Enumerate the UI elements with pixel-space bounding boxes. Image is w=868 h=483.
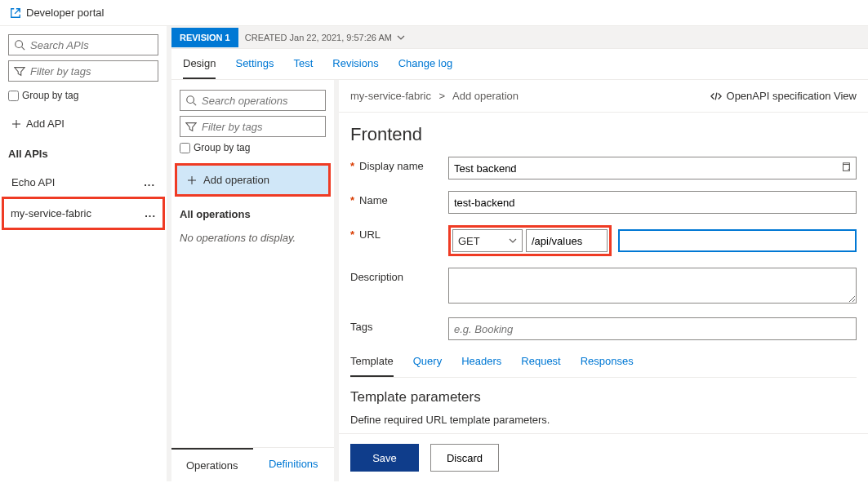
all-apis-header: All APIs (8, 148, 158, 160)
label-url: URL (359, 228, 381, 241)
svg-point-1 (187, 96, 194, 104)
discard-button[interactable]: Discard (430, 444, 499, 472)
developer-portal-link[interactable]: Developer portal (0, 0, 868, 26)
tab-definitions[interactable]: Definitions (253, 448, 335, 481)
api-item-echo[interactable]: Echo API ... (8, 168, 158, 197)
subtab-query[interactable]: Query (413, 355, 442, 377)
revision-bar: REVISION 1 CREATED Jan 22, 2021, 9:57:26… (171, 26, 868, 49)
method-value: GET (458, 235, 480, 247)
tab-operations[interactable]: Operations (171, 448, 253, 481)
group-ops-label: Group by tag (194, 142, 250, 153)
svg-rect-2 (844, 165, 850, 171)
no-operations-text: No operations to display. (180, 232, 326, 244)
breadcrumb-api[interactable]: my-service-fabric (350, 90, 431, 102)
label-tags: Tags (350, 321, 372, 333)
more-icon[interactable]: ... (145, 207, 156, 219)
required-marker: * (350, 160, 354, 172)
add-operation-button[interactable]: Add operation (175, 163, 331, 197)
editor-panel: my-service-fabric > Add operation OpenAP… (339, 80, 868, 481)
group-by-tag[interactable]: Group by tag (8, 90, 158, 101)
search-operations-input[interactable] (202, 95, 320, 107)
tab-settings[interactable]: Settings (235, 57, 274, 79)
subtab-responses[interactable]: Responses (581, 355, 634, 377)
group-ops-checkbox[interactable] (180, 143, 190, 153)
filter-operations-tags[interactable] (180, 116, 326, 137)
description-input[interactable] (448, 268, 857, 304)
api-list-panel: Group by tag Add API All APIs Echo API .… (0, 26, 171, 481)
operations-panel: Group by tag Add operation All operation… (171, 80, 339, 481)
api-item-label: my-service-fabric (11, 207, 91, 219)
search-operations[interactable] (180, 90, 326, 111)
save-button[interactable]: Save (350, 444, 419, 472)
add-api-label: Add API (26, 117, 65, 130)
action-bar: Save Discard (339, 433, 868, 481)
revision-badge: REVISION 1 (171, 28, 238, 47)
search-apis[interactable] (8, 34, 158, 55)
svg-point-0 (16, 41, 23, 48)
tab-revisions[interactable]: Revisions (332, 57, 378, 79)
template-params-title: Template parameters (350, 389, 857, 405)
group-by-tag-label: Group by tag (22, 90, 78, 101)
method-select[interactable]: GET (452, 229, 523, 252)
label-name: Name (359, 194, 388, 206)
template-params-desc: Define required URL template parameters. (350, 414, 857, 426)
url-path-input-red[interactable] (526, 229, 608, 252)
copy-icon[interactable] (840, 162, 852, 173)
add-api-button[interactable]: Add API (8, 111, 158, 136)
name-input[interactable] (448, 191, 857, 214)
filter-icon (185, 121, 197, 132)
add-operation-label: Add operation (203, 174, 269, 186)
api-item-label: Echo API (11, 176, 55, 188)
required-marker: * (350, 228, 354, 241)
openapi-label: OpenAPI specification View (727, 90, 857, 102)
plus-icon (187, 175, 197, 185)
search-icon (14, 39, 25, 51)
chevron-down-icon (397, 33, 405, 42)
tab-design[interactable]: Design (183, 57, 216, 79)
breadcrumb: my-service-fabric > Add operation (350, 90, 519, 102)
search-apis-input[interactable] (30, 39, 153, 51)
external-link-icon (10, 7, 21, 19)
frontend-sub-tabs: Template Query Headers Request Responses (350, 355, 857, 378)
filter-ops-tags-input[interactable] (202, 121, 320, 133)
revision-created[interactable]: CREATED Jan 22, 2021, 9:57:26 AM (238, 33, 412, 42)
search-icon (185, 95, 197, 106)
plus-icon (11, 119, 21, 129)
code-icon (710, 91, 722, 102)
tab-changelog[interactable]: Change log (398, 57, 453, 79)
subtab-request[interactable]: Request (521, 355, 560, 377)
required-marker: * (350, 194, 354, 206)
group-ops-by-tag[interactable]: Group by tag (180, 142, 326, 153)
main-tabs: Design Settings Test Revisions Change lo… (171, 49, 868, 80)
display-name-input[interactable] (448, 157, 857, 179)
label-display-name: Display name (359, 160, 424, 172)
filter-tags-input[interactable] (30, 65, 153, 78)
subtab-template[interactable]: Template (350, 355, 394, 377)
all-operations-header: All operations (180, 208, 326, 220)
developer-portal-label: Developer portal (26, 7, 104, 19)
subtab-headers[interactable]: Headers (461, 355, 501, 377)
operations-bottom-tabs: Operations Definitions (171, 447, 334, 481)
chevron-down-icon (509, 237, 517, 245)
label-description: Description (350, 271, 403, 283)
url-path-input[interactable] (618, 229, 857, 252)
tab-test[interactable]: Test (293, 57, 313, 79)
filter-tags[interactable] (8, 60, 158, 82)
tags-input[interactable] (448, 317, 857, 340)
breadcrumb-current: Add operation (452, 90, 519, 102)
openapi-view-link[interactable]: OpenAPI specification View (710, 90, 857, 102)
api-item-my-service-fabric[interactable]: my-service-fabric ... (2, 197, 165, 230)
more-icon[interactable]: ... (144, 176, 155, 188)
filter-icon (14, 65, 25, 77)
group-by-tag-checkbox[interactable] (8, 91, 19, 101)
form-title: Frontend (350, 124, 857, 145)
